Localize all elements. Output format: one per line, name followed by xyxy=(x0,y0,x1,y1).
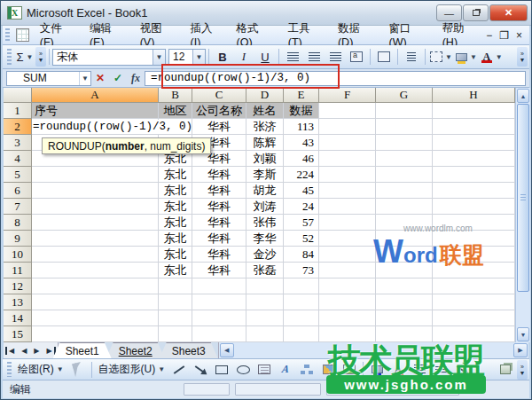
chevron-down-icon[interactable]: ▼ xyxy=(153,50,165,65)
cell-E12[interactable] xyxy=(284,278,319,294)
cell-B1[interactable]: 地区 xyxy=(159,103,192,119)
cell-H5[interactable] xyxy=(433,167,515,183)
cell-F8[interactable] xyxy=(319,215,376,231)
row-header-9[interactable]: 9 xyxy=(4,231,32,247)
scroll-down-button[interactable]: ▼ xyxy=(517,327,529,341)
cell-E2[interactable]: 113 xyxy=(284,119,319,135)
cell-C14[interactable] xyxy=(192,310,246,326)
cell-D6[interactable]: 胡龙 xyxy=(246,183,284,199)
bold-button[interactable]: B xyxy=(213,48,232,66)
scroll-left-button[interactable]: ◀ xyxy=(220,343,234,357)
cell-F11[interactable] xyxy=(319,263,376,278)
next-sheet-button[interactable]: ▶ xyxy=(30,347,43,355)
toolbar-options-button[interactable]: »▼ xyxy=(35,47,46,67)
first-sheet-button[interactable]: ◀ xyxy=(5,347,18,355)
cell-G2[interactable] xyxy=(376,119,433,135)
align-center-button[interactable] xyxy=(304,48,324,66)
row-header-6[interactable]: 6 xyxy=(4,183,32,199)
cell-E7[interactable]: 24 xyxy=(284,199,319,215)
row-header-10[interactable]: 10 xyxy=(4,247,32,263)
cell-A7[interactable] xyxy=(32,199,159,215)
toolbar-grip[interactable] xyxy=(5,28,10,42)
cell-C9[interactable]: 华科 xyxy=(192,231,246,247)
cell-A14[interactable] xyxy=(32,310,159,326)
cell-A15[interactable] xyxy=(32,326,159,342)
cell-F1[interactable] xyxy=(319,103,376,119)
close-button[interactable]: ✕ xyxy=(489,4,528,21)
chevron-down-icon[interactable]: ▼ xyxy=(496,53,503,61)
arrow-button[interactable] xyxy=(191,361,210,379)
row-header-8[interactable]: 8 xyxy=(4,215,32,231)
cell-A1[interactable]: 序号 xyxy=(32,103,159,119)
cell-C11[interactable]: 华科 xyxy=(192,263,246,278)
column-header-A[interactable]: A xyxy=(32,88,159,103)
cell-edit-overlay[interactable]: =roundup((row()-1)/3, 0) xyxy=(33,120,192,134)
cell-B5[interactable]: 东北 xyxy=(159,167,192,183)
scroll-right-button[interactable]: ▶ xyxy=(513,343,528,357)
cell-F4[interactable] xyxy=(319,151,376,167)
cell-B10[interactable]: 东北 xyxy=(159,247,192,263)
cell-C8[interactable]: 华科 xyxy=(192,215,246,231)
sheet-tab-sheet3[interactable]: Sheet3 xyxy=(160,342,218,358)
cell-C15[interactable] xyxy=(192,326,246,342)
cell-E15[interactable] xyxy=(284,326,319,342)
cell-B11[interactable]: 东北 xyxy=(159,263,192,278)
cell-A9[interactable] xyxy=(32,231,159,247)
cell-B6[interactable]: 东北 xyxy=(159,183,192,199)
cell-G7[interactable] xyxy=(376,199,433,215)
cell-B7[interactable]: 东北 xyxy=(159,199,192,215)
cell-F7[interactable] xyxy=(319,199,376,215)
fill-color-button[interactable]: ▼ xyxy=(455,48,478,66)
column-header-H[interactable]: H xyxy=(433,88,515,103)
cell-A11[interactable] xyxy=(32,263,159,278)
cell-H1[interactable] xyxy=(433,103,515,119)
cell-F12[interactable] xyxy=(319,278,376,294)
increase-indent-button[interactable] xyxy=(402,48,421,66)
cell-G6[interactable] xyxy=(376,183,433,199)
cell-G12[interactable] xyxy=(376,278,433,294)
chevron-down-icon[interactable]: ▼ xyxy=(470,53,477,61)
sheet-tab-sheet2[interactable]: Sheet2 xyxy=(106,342,165,358)
cell-E9[interactable]: 52 xyxy=(284,231,319,247)
row-header-5[interactable]: 5 xyxy=(4,167,32,183)
cell-A10[interactable] xyxy=(32,247,159,263)
cell-A5[interactable] xyxy=(32,167,159,183)
cell-C12[interactable] xyxy=(192,278,246,294)
cell-B15[interactable] xyxy=(159,326,192,342)
cell-H14[interactable] xyxy=(433,310,515,326)
select-objects-button[interactable] xyxy=(68,361,88,379)
merge-center-button[interactable] xyxy=(347,48,366,66)
cell-F6[interactable] xyxy=(319,183,376,199)
cell-H2[interactable] xyxy=(433,119,515,135)
toolbar-grip[interactable] xyxy=(7,49,12,65)
cell-H4[interactable] xyxy=(433,151,515,167)
cell-A8[interactable] xyxy=(32,215,159,231)
cell-D15[interactable] xyxy=(246,326,284,342)
rectangle-button[interactable] xyxy=(212,361,231,379)
three-d-style-button[interactable] xyxy=(497,361,516,379)
cell-D10[interactable]: 金沙 xyxy=(246,247,284,263)
cell-D14[interactable] xyxy=(246,310,284,326)
cell-E6[interactable]: 45 xyxy=(284,183,319,199)
cell-E1[interactable]: 数据 xyxy=(284,103,319,119)
cell-F2[interactable] xyxy=(319,119,376,135)
currency-style-button[interactable] xyxy=(374,48,394,66)
cell-D7[interactable]: 刘涛 xyxy=(246,199,284,215)
cell-D4[interactable]: 刘颖 xyxy=(246,151,284,167)
cell-G5[interactable] xyxy=(376,167,433,183)
row-header-1[interactable]: 1 xyxy=(4,103,32,119)
doc-close-button[interactable]: × xyxy=(516,29,522,42)
cell-D1[interactable]: 姓名 xyxy=(246,103,284,119)
row-header-3[interactable]: 3 xyxy=(4,135,32,151)
select-all-corner[interactable] xyxy=(4,88,32,103)
row-header-11[interactable]: 11 xyxy=(4,263,32,278)
cell-G3[interactable] xyxy=(376,135,433,151)
borders-button[interactable]: ▼ xyxy=(429,48,453,66)
scrollbar-thumb[interactable] xyxy=(517,104,529,292)
row-header-2[interactable]: 2 xyxy=(4,119,32,135)
cell-E10[interactable]: 84 xyxy=(284,247,319,263)
cell-F3[interactable] xyxy=(319,135,376,151)
cell-F14[interactable] xyxy=(319,310,376,326)
scroll-up-button[interactable]: ▲ xyxy=(517,89,529,103)
cell-E13[interactable] xyxy=(284,294,319,310)
